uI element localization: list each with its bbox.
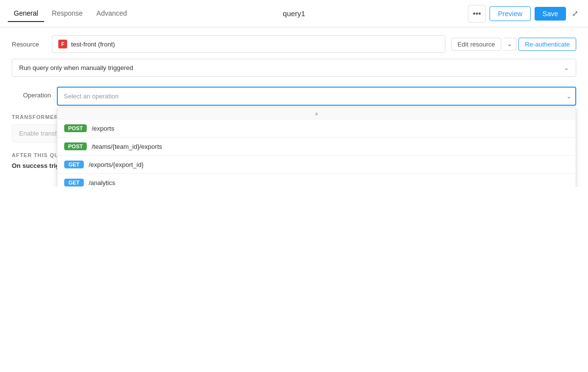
resource-selector[interactable]: F test-front (front): [52, 35, 445, 53]
trigger-text: Run query only when manually triggered: [19, 64, 133, 71]
endpoint-text: /teams/{team_id}/exports: [92, 143, 162, 150]
endpoint-text: /analytics: [89, 179, 115, 186]
method-badge-get: GET: [64, 179, 84, 186]
tab-response[interactable]: Response: [46, 5, 89, 22]
edit-resource-button[interactable]: Edit resource: [451, 38, 502, 51]
trigger-chevron-icon: ⌄: [564, 65, 569, 71]
main-content: Resource F test-front (front) Edit resou…: [0, 27, 588, 187]
operation-dropdown: ▲ POST /exports POST /teams/{team_id}/ex…: [57, 107, 576, 187]
resource-actions: Edit resource ⌄ Re-authenticate: [451, 38, 576, 51]
save-button[interactable]: Save: [535, 7, 566, 21]
resource-dropdown-button[interactable]: ⌄: [503, 38, 516, 50]
resource-label: Resource: [12, 41, 46, 48]
preview-button[interactable]: Preview: [490, 6, 531, 21]
endpoint-text: /exports: [92, 125, 114, 132]
operation-row: Operation Select an operation ⌄ ▲ POST /…: [12, 87, 576, 106]
tab-bar: General Response Advanced: [8, 5, 133, 22]
dropdown-item-export-get[interactable]: GET /exports/{export_id}: [57, 156, 576, 174]
trigger-row[interactable]: Run query only when manually triggered ⌄: [12, 59, 576, 77]
query-title: query1: [283, 9, 305, 18]
endpoint-text: /exports/{export_id}: [89, 161, 144, 168]
expand-button[interactable]: ⤢: [570, 7, 580, 20]
dropdown-item-analytics-get[interactable]: GET /analytics: [57, 174, 576, 187]
resource-icon: F: [58, 40, 67, 48]
method-badge-post: POST: [64, 124, 87, 132]
operation-select[interactable]: Select an operation: [57, 87, 576, 106]
resource-name: test-front (front): [71, 41, 439, 48]
dropdown-item-team-exports-post[interactable]: POST /teams/{team_id}/exports: [57, 138, 576, 156]
method-badge-get: GET: [64, 161, 84, 168]
operation-label: Operation: [12, 87, 51, 99]
operation-select-wrapper: Select an operation ⌄ ▲ POST /exports PO…: [57, 87, 576, 106]
dropdown-item-exports-post[interactable]: POST /exports: [57, 119, 576, 138]
resource-row: Resource F test-front (front) Edit resou…: [12, 35, 576, 53]
tab-general[interactable]: General: [8, 5, 44, 22]
more-options-button[interactable]: •••: [468, 5, 486, 23]
top-actions: ••• Preview Save ⤢: [468, 5, 580, 23]
method-badge-post: POST: [64, 142, 87, 150]
top-bar: General Response Advanced query1 ••• Pre…: [0, 0, 588, 27]
tab-advanced[interactable]: Advanced: [91, 5, 133, 22]
reauthenticate-button[interactable]: Re-authenticate: [518, 38, 576, 51]
